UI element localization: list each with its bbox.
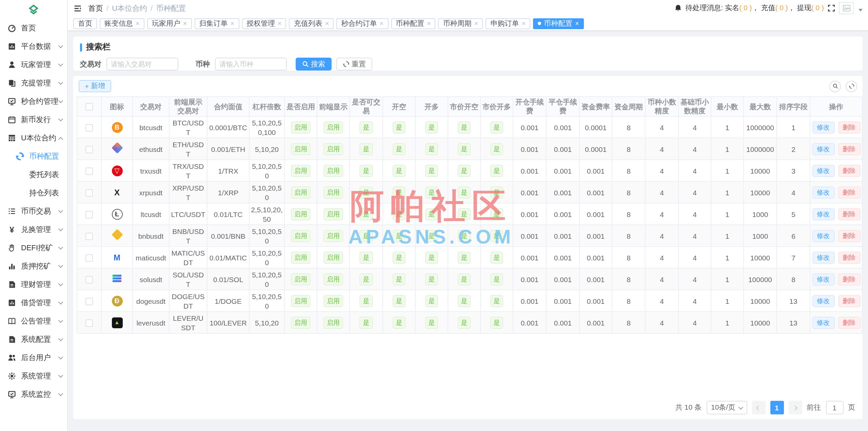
tab-close-icon[interactable]: × <box>575 20 579 27</box>
add-button[interactable]: + 新增 <box>79 80 111 92</box>
reset-button[interactable]: 重置 <box>336 58 372 71</box>
sidebar-subitem-币种配置[interactable]: 币种配置 <box>0 147 67 165</box>
current-page-button[interactable]: 1 <box>770 401 784 414</box>
notice-comma: ， <box>752 3 759 12</box>
tab-首页[interactable]: 首页 <box>73 18 97 29</box>
pair-input[interactable] <box>106 58 178 71</box>
delete-button[interactable]: 删除 <box>838 165 860 177</box>
edit-button[interactable]: 修改 <box>812 143 834 155</box>
sidebar-item-系统监控[interactable]: 系统监控 <box>0 385 67 404</box>
row-checkbox[interactable] <box>85 211 93 219</box>
row-checkbox[interactable] <box>85 146 93 154</box>
fullscreen-icon[interactable] <box>827 4 835 12</box>
column-header-front: 前端显示 <box>317 97 350 117</box>
tab-close-icon[interactable]: × <box>522 20 526 27</box>
sidebar-item-U本位合约[interactable]: U本位合约 <box>0 129 67 147</box>
delete-button[interactable]: 删除 <box>838 143 860 155</box>
refresh-tool-button[interactable] <box>846 80 857 92</box>
tab-充值列表[interactable]: 充值列表× <box>289 18 334 29</box>
tab-close-icon[interactable]: × <box>278 20 282 27</box>
sidebar-subitem-持仓列表[interactable]: 持仓列表 <box>0 184 67 202</box>
prev-page-button[interactable] <box>752 401 765 414</box>
delete-button[interactable]: 删除 <box>838 208 860 220</box>
sidebar-item-后台用户[interactable]: 后台用户 <box>0 349 67 367</box>
row-checkbox[interactable] <box>85 298 93 306</box>
edit-button[interactable]: 修改 <box>812 252 834 263</box>
sidebar-item-首页[interactable]: 首页 <box>0 19 67 37</box>
tab-close-icon[interactable]: × <box>474 20 478 27</box>
status-badge-open_short: 是 <box>393 143 406 155</box>
breadcrumb-home[interactable]: 首页 <box>88 3 103 13</box>
tab-close-icon[interactable]: × <box>427 20 431 27</box>
edit-button[interactable]: 修改 <box>812 165 834 177</box>
cell-fund_period: 8 <box>612 312 645 334</box>
tab-归集订单[interactable]: 归集订单× <box>194 18 239 29</box>
hamburger-icon[interactable] <box>73 4 82 13</box>
cell-mkt_long: 是 <box>480 269 513 290</box>
tab-币种配置[interactable]: 币种配置× <box>533 18 584 29</box>
edit-button[interactable]: 修改 <box>812 317 834 329</box>
tab-申购订单[interactable]: 申购订单× <box>486 18 531 29</box>
zoom-tool-button[interactable] <box>829 80 841 92</box>
edit-button[interactable]: 修改 <box>812 230 834 242</box>
sidebar-item-兑换管理[interactable]: ¥兑换管理 <box>0 220 67 239</box>
breadcrumb-contract[interactable]: U本位合约 <box>112 3 147 13</box>
row-checkbox[interactable] <box>85 233 93 240</box>
delete-button[interactable]: 删除 <box>838 121 860 133</box>
user-avatar[interactable] <box>839 2 854 14</box>
sidebar-item-系统管理[interactable]: 系统管理 <box>0 367 67 385</box>
delete-button[interactable]: 删除 <box>838 230 860 242</box>
sidebar-item-公告管理[interactable]: 公告管理 <box>0 312 67 330</box>
select-all-checkbox[interactable] <box>85 103 93 111</box>
sidebar-item-秒合约管理[interactable]: 秒合约管理 <box>0 92 67 111</box>
user-menu-caret-icon[interactable] <box>859 9 863 12</box>
sidebar-item-系统配置[interactable]: 系统配置 <box>0 330 67 349</box>
tab-授权管理[interactable]: 授权管理× <box>242 18 287 29</box>
sidebar-item-质押挖矿[interactable]: 质押挖矿 <box>0 257 67 275</box>
tab-close-icon[interactable]: × <box>325 20 329 27</box>
sidebar-item-DEFI挖矿[interactable]: DEFI挖矿 <box>0 239 67 257</box>
search-button[interactable]: 搜索 <box>295 58 331 71</box>
page-size-select[interactable]: 10条/页 <box>706 401 747 414</box>
sidebar-item-理财管理[interactable]: 理财管理 <box>0 275 67 294</box>
delete-button[interactable]: 删除 <box>838 273 860 285</box>
sidebar-item-借贷管理[interactable]: 借贷管理 <box>0 294 67 312</box>
tab-账变信息[interactable]: 账变信息× <box>100 18 144 29</box>
tab-秒合约订单[interactable]: 秒合约订单× <box>336 18 388 29</box>
delete-button[interactable]: 删除 <box>838 317 860 329</box>
edit-button[interactable]: 修改 <box>812 295 834 307</box>
sidebar-item-币币交易[interactable]: 币币交易 <box>0 202 67 220</box>
edit-button[interactable]: 修改 <box>812 121 834 133</box>
tab-close-icon[interactable]: × <box>183 20 187 27</box>
coin-input[interactable] <box>215 58 287 71</box>
tab-玩家用户[interactable]: 玩家用户× <box>147 18 192 29</box>
sidebar-subitem-委托列表[interactable]: 委托列表 <box>0 165 67 184</box>
row-checkbox[interactable] <box>85 124 93 132</box>
sidebar-item-平台数据[interactable]: 平台数据 <box>0 37 67 56</box>
tab-close-icon[interactable]: × <box>230 20 234 27</box>
sidebar-item-玩家管理[interactable]: 玩家管理 <box>0 56 67 74</box>
goto-page-input[interactable]: 1 <box>826 401 843 414</box>
notice-withdraw-count[interactable]: ( 0 ) <box>811 3 824 12</box>
sidebar-item-新币发行[interactable]: 新币发行 <box>0 111 67 129</box>
row-checkbox[interactable] <box>85 190 93 197</box>
delete-button[interactable]: 删除 <box>838 295 860 307</box>
edit-button[interactable]: 修改 <box>812 187 834 198</box>
tab-close-icon[interactable]: × <box>379 20 383 27</box>
next-page-button[interactable] <box>788 401 802 414</box>
row-checkbox[interactable] <box>85 168 93 175</box>
row-checkbox[interactable] <box>85 320 93 327</box>
tab-币种周期[interactable]: 币种周期× <box>438 18 483 29</box>
edit-button[interactable]: 修改 <box>812 273 834 285</box>
delete-button[interactable]: 删除 <box>838 187 860 198</box>
notice-deposit-count[interactable]: ( 0 ) <box>775 3 788 12</box>
row-checkbox[interactable] <box>85 276 93 284</box>
notice-realname-count[interactable]: ( 0 ) <box>739 3 752 12</box>
edit-button[interactable]: 修改 <box>812 208 834 220</box>
delete-button[interactable]: 删除 <box>838 252 860 263</box>
sidebar-item-充提管理[interactable]: 充提管理 <box>0 74 67 92</box>
tab-close-icon[interactable]: × <box>136 20 140 27</box>
row-checkbox[interactable] <box>85 255 93 262</box>
tab-币种配置[interactable]: 币种配置× <box>391 18 436 29</box>
bell-icon[interactable] <box>674 4 682 12</box>
